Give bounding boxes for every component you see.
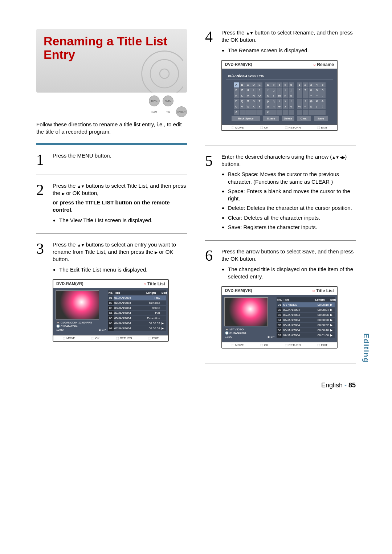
- keyboard-key: [257, 110, 262, 115]
- table-row: 0202/JAN/200400:00:24▶: [277, 307, 335, 312]
- keyboard-key: V: [240, 104, 245, 109]
- shot-device: DVD-RAM(VR): [225, 62, 252, 67]
- table-row: 01MY VIDEO00:00:15▶: [277, 302, 335, 307]
- table-row: 0404/JAN/2004Edit: [108, 311, 166, 315]
- keyboard-key: Y: [257, 104, 262, 109]
- table-row: 0303/JAN/200400:00:26▶: [277, 313, 335, 317]
- keyboard-key: n: [283, 93, 288, 98]
- keyboard-key: ^: [303, 104, 308, 109]
- keyboard-key: l: [271, 93, 277, 98]
- keyboard-key: %: [297, 104, 302, 109]
- keyboard-key: X: [251, 104, 257, 109]
- step-bullet: The changed title is displayed on the ti…: [228, 266, 356, 281]
- keyboard-key: M: [245, 93, 251, 98]
- keyboard-key: 3: [309, 82, 314, 87]
- table-row: 0707/JAN/200400:00:08▶: [108, 326, 166, 331]
- step-bullet: Save: Registers the character inputs.: [228, 224, 356, 231]
- keyboard-key: &: [309, 104, 314, 109]
- keyboard-key: [320, 110, 326, 115]
- step-bullet: The Rename screen is displayed.: [228, 47, 356, 54]
- keyboard-key: 7: [303, 88, 308, 93]
- table-rows: 0101/JAN/2004Play0202/JAN/2004Rename0303…: [108, 296, 166, 331]
- keyboard-key: W: [245, 104, 251, 109]
- step-bullet: The Edit Title List menu is displayed.: [59, 266, 187, 273]
- keyboard-key: O: [257, 93, 262, 98]
- keyboard-key: -: [297, 93, 302, 98]
- keyboard-key: u: [265, 104, 271, 109]
- side-tab-label: Editing: [362, 333, 370, 363]
- shot-device: DVD-RAM(VR): [225, 288, 252, 293]
- shot-title: Title List: [312, 288, 334, 293]
- table-row: 0505/JAN/2004Protection: [108, 316, 166, 321]
- backspace-key: Back Space: [232, 116, 260, 121]
- keyboard-key: G: [240, 88, 245, 93]
- keyboard-key: S: [251, 99, 257, 104]
- keyboard-key: g: [271, 88, 277, 93]
- step-bullet: Back Space: Moves the cursor to the prev…: [228, 171, 356, 186]
- table-row: 0303/JAN/2004Delete: [108, 306, 166, 310]
- keyboard-key: w: [277, 104, 282, 109]
- step-number: 1: [36, 152, 47, 167]
- keyboard-key: I: [251, 88, 257, 93]
- step-number: 4: [205, 29, 216, 56]
- step-6: 6 Press the arrow buttons to select Save…: [205, 248, 356, 282]
- disc-illustration: [136, 45, 183, 93]
- step-number: 3: [36, 241, 47, 276]
- shot-footer: MOVE OK RETURN EXIT: [222, 342, 337, 348]
- keyboard-key: j: [289, 88, 294, 93]
- disc-icon: DVD-RW: [163, 95, 173, 106]
- keyboard-key: r: [277, 99, 282, 104]
- disc-icon: DVD-R: [176, 106, 187, 117]
- keyboard-key: x: [283, 104, 288, 109]
- table-row: 0202/JAN/2004Rename: [108, 301, 166, 305]
- keyboard-key: J: [257, 88, 262, 93]
- space-key: Space: [263, 116, 279, 121]
- keyboard-key: [314, 110, 320, 115]
- keyboard-key: Z: [234, 110, 239, 115]
- table-row: 0606/JAN/200400:00:02▶: [108, 321, 166, 326]
- shot-info: 📼 MY VIDEO 🕐 01/JAN/2004 12:00 ◉ SP: [225, 328, 274, 338]
- table-row: 0606/JAN/200400:00:40▶: [277, 328, 335, 333]
- screenshot-rename: DVD-RAM(VR) Rename 01/JAN/2004 12:00 PR5…: [221, 60, 338, 131]
- keyboard-key: [251, 110, 257, 115]
- step-text: Press the MENU button.: [53, 152, 187, 167]
- svg-point-1: [150, 60, 179, 88]
- keyboard-key: s: [283, 99, 288, 104]
- keyboard-key: o: [289, 93, 294, 98]
- step-number: 6: [205, 248, 216, 282]
- table-row: 0707/JAN/200400:01:00▶: [277, 333, 335, 338]
- keyboard-key: [297, 110, 302, 115]
- screenshot-result: DVD-RAM(VR) Title List 📼 MY VIDEO 🕐 01/J…: [221, 286, 338, 349]
- keyboard-key: ~: [297, 99, 302, 104]
- keyboard-key: [277, 110, 282, 115]
- keyboard-key: ): [320, 104, 326, 109]
- table-header: No. Title Length Edit: [108, 290, 166, 295]
- keyboard-key: [240, 110, 245, 115]
- step-number: 5: [205, 153, 216, 233]
- clear-key: Clear: [297, 116, 311, 121]
- shot-title: Rename: [313, 62, 334, 67]
- step-text: Press the arrow buttons to select Save, …: [221, 248, 356, 282]
- disc-type-icons: DVD-RAM DVD-RW DVD-R: [36, 95, 187, 117]
- updown-icon: [77, 241, 85, 248]
- keyboard-key: D: [251, 82, 257, 87]
- keyboard-key: b: [271, 82, 277, 87]
- keyboard-key: .: [320, 93, 326, 98]
- updown-icon: [77, 183, 85, 189]
- keyboard-key: [283, 110, 288, 115]
- step-1: 1 Press the MENU button.: [36, 152, 187, 167]
- step-text: Press the buttons to select Title List, …: [53, 182, 187, 226]
- keyboard-key: Q: [240, 99, 245, 104]
- keyboard-key: T: [257, 99, 262, 104]
- shot-footer: MOVE OK RETURN EXIT: [222, 125, 337, 130]
- step-bullet: The View Title List screen is displayed.: [59, 217, 187, 224]
- play-icon: [155, 249, 158, 255]
- table-row: 0101/JAN/2004Play: [108, 296, 166, 300]
- keyboard-key: i: [283, 88, 288, 93]
- table-row: 0404/JAN/200400:00:28▶: [277, 318, 335, 322]
- step-bold: or press the TITLE LIST button on the re…: [53, 199, 187, 214]
- table-row: 0505/JAN/200400:00:32▶: [277, 323, 335, 327]
- arrows-icon: [332, 154, 345, 160]
- save-key: Save: [314, 116, 328, 121]
- keyboard-key: [309, 110, 314, 115]
